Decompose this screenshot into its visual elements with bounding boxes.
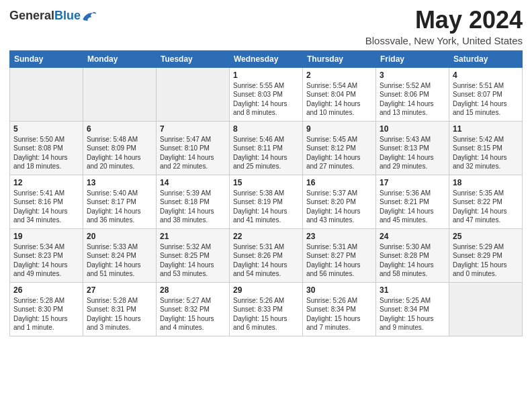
calendar-week-row: 26Sunrise: 5:28 AMSunset: 8:30 PMDayligh… <box>10 282 523 336</box>
day-info: Sunrise: 5:27 AMSunset: 8:32 PMDaylight:… <box>160 296 226 332</box>
day-info: Sunrise: 5:34 AMSunset: 8:23 PMDaylight:… <box>13 242 79 279</box>
day-number: 3 <box>380 71 445 80</box>
calendar-cell: 11Sunrise: 5:42 AMSunset: 8:15 PMDayligh… <box>449 121 523 175</box>
day-info: Sunrise: 5:33 AMSunset: 8:24 PMDaylight:… <box>87 242 152 279</box>
header-row: Sunday Monday Tuesday Wednesday Thursday… <box>10 50 523 67</box>
header: GeneralBlue May 2024 Blossvale, New York… <box>9 7 523 46</box>
logo-blue: Blue <box>54 9 81 22</box>
day-number: 31 <box>380 285 445 295</box>
day-info: Sunrise: 5:26 AMSunset: 8:34 PMDaylight:… <box>306 296 372 332</box>
day-number: 2 <box>306 71 372 80</box>
logo: GeneralBlue <box>9 7 97 23</box>
calendar-cell: 8Sunrise: 5:46 AMSunset: 8:11 PMDaylight… <box>230 121 303 175</box>
calendar-cell <box>10 67 83 121</box>
day-info: Sunrise: 5:42 AMSunset: 8:15 PMDaylight:… <box>453 135 519 171</box>
calendar-cell: 15Sunrise: 5:38 AMSunset: 8:19 PMDayligh… <box>230 175 303 228</box>
day-info: Sunrise: 5:28 AMSunset: 8:31 PMDaylight:… <box>87 296 152 332</box>
calendar-subtitle: Blossvale, New York, United States <box>365 35 523 46</box>
calendar-cell: 17Sunrise: 5:36 AMSunset: 8:21 PMDayligh… <box>376 175 449 228</box>
col-tuesday: Tuesday <box>157 50 230 67</box>
day-info: Sunrise: 5:50 AMSunset: 8:08 PMDaylight:… <box>13 135 79 171</box>
calendar-cell: 19Sunrise: 5:34 AMSunset: 8:23 PMDayligh… <box>10 228 83 282</box>
day-info: Sunrise: 5:31 AMSunset: 8:27 PMDaylight:… <box>306 242 372 279</box>
day-info: Sunrise: 5:47 AMSunset: 8:10 PMDaylight:… <box>160 135 226 171</box>
day-number: 7 <box>160 124 226 134</box>
day-info: Sunrise: 5:26 AMSunset: 8:33 PMDaylight:… <box>233 296 299 332</box>
calendar-week-row: 5Sunrise: 5:50 AMSunset: 8:08 PMDaylight… <box>10 121 523 175</box>
day-number: 29 <box>233 285 299 295</box>
day-number: 27 <box>87 285 152 295</box>
day-info: Sunrise: 5:41 AMSunset: 8:16 PMDaylight:… <box>13 189 79 225</box>
calendar-cell: 14Sunrise: 5:39 AMSunset: 8:18 PMDayligh… <box>157 175 230 228</box>
day-info: Sunrise: 5:54 AMSunset: 8:04 PMDaylight:… <box>306 81 372 118</box>
calendar-cell <box>157 67 230 121</box>
calendar-cell: 24Sunrise: 5:30 AMSunset: 8:28 PMDayligh… <box>376 228 449 282</box>
day-info: Sunrise: 5:43 AMSunset: 8:13 PMDaylight:… <box>380 135 445 171</box>
col-friday: Friday <box>376 50 449 67</box>
col-saturday: Saturday <box>449 50 523 67</box>
day-info: Sunrise: 5:28 AMSunset: 8:30 PMDaylight:… <box>13 296 79 332</box>
day-number: 17 <box>380 178 445 187</box>
day-info: Sunrise: 5:52 AMSunset: 8:06 PMDaylight:… <box>380 81 445 118</box>
calendar-cell: 21Sunrise: 5:32 AMSunset: 8:25 PMDayligh… <box>157 228 230 282</box>
calendar-week-row: 1Sunrise: 5:55 AMSunset: 8:03 PMDaylight… <box>10 67 523 121</box>
day-number: 9 <box>306 124 372 134</box>
calendar-cell: 30Sunrise: 5:26 AMSunset: 8:34 PMDayligh… <box>303 282 376 336</box>
calendar-cell: 29Sunrise: 5:26 AMSunset: 8:33 PMDayligh… <box>230 282 303 336</box>
calendar-cell: 10Sunrise: 5:43 AMSunset: 8:13 PMDayligh… <box>376 121 449 175</box>
day-number: 5 <box>13 124 79 134</box>
col-sunday: Sunday <box>10 50 83 67</box>
logo-general: General <box>9 9 54 22</box>
calendar-cell: 18Sunrise: 5:35 AMSunset: 8:22 PMDayligh… <box>449 175 523 228</box>
calendar-cell: 25Sunrise: 5:29 AMSunset: 8:29 PMDayligh… <box>449 228 523 282</box>
day-number: 12 <box>13 178 79 187</box>
calendar-cell: 31Sunrise: 5:25 AMSunset: 8:34 PMDayligh… <box>376 282 449 336</box>
calendar-cell: 16Sunrise: 5:37 AMSunset: 8:20 PMDayligh… <box>303 175 376 228</box>
day-number: 11 <box>453 124 519 134</box>
page: GeneralBlue May 2024 Blossvale, New York… <box>0 0 532 411</box>
calendar-week-row: 19Sunrise: 5:34 AMSunset: 8:23 PMDayligh… <box>10 228 523 282</box>
day-info: Sunrise: 5:36 AMSunset: 8:21 PMDaylight:… <box>380 189 445 225</box>
day-number: 20 <box>87 232 152 241</box>
calendar-cell: 2Sunrise: 5:54 AMSunset: 8:04 PMDaylight… <box>303 67 376 121</box>
calendar-cell: 5Sunrise: 5:50 AMSunset: 8:08 PMDaylight… <box>10 121 83 175</box>
day-number: 14 <box>160 178 226 187</box>
day-info: Sunrise: 5:39 AMSunset: 8:18 PMDaylight:… <box>160 189 226 225</box>
day-number: 24 <box>380 232 445 241</box>
day-number: 19 <box>13 232 79 241</box>
calendar-cell: 20Sunrise: 5:33 AMSunset: 8:24 PMDayligh… <box>83 228 157 282</box>
col-wednesday: Wednesday <box>230 50 303 67</box>
day-number: 28 <box>160 285 226 295</box>
day-info: Sunrise: 5:40 AMSunset: 8:17 PMDaylight:… <box>87 189 152 225</box>
day-number: 26 <box>13 285 79 295</box>
calendar-title: May 2024 <box>365 7 523 34</box>
day-number: 21 <box>160 232 226 241</box>
day-number: 25 <box>453 232 519 241</box>
day-info: Sunrise: 5:51 AMSunset: 8:07 PMDaylight:… <box>453 81 519 118</box>
calendar-cell: 13Sunrise: 5:40 AMSunset: 8:17 PMDayligh… <box>83 175 157 228</box>
day-number: 8 <box>233 124 299 134</box>
calendar-week-row: 12Sunrise: 5:41 AMSunset: 8:16 PMDayligh… <box>10 175 523 228</box>
day-info: Sunrise: 5:32 AMSunset: 8:25 PMDaylight:… <box>160 242 226 279</box>
calendar-cell: 3Sunrise: 5:52 AMSunset: 8:06 PMDaylight… <box>376 67 449 121</box>
day-number: 15 <box>233 178 299 187</box>
calendar-cell <box>449 282 523 336</box>
day-info: Sunrise: 5:55 AMSunset: 8:03 PMDaylight:… <box>233 81 299 118</box>
day-info: Sunrise: 5:31 AMSunset: 8:26 PMDaylight:… <box>233 242 299 279</box>
day-number: 1 <box>233 71 299 80</box>
day-info: Sunrise: 5:37 AMSunset: 8:20 PMDaylight:… <box>306 189 372 225</box>
day-number: 22 <box>233 232 299 241</box>
day-info: Sunrise: 5:38 AMSunset: 8:19 PMDaylight:… <box>233 189 299 225</box>
day-number: 16 <box>306 178 372 187</box>
day-info: Sunrise: 5:46 AMSunset: 8:11 PMDaylight:… <box>233 135 299 171</box>
day-info: Sunrise: 5:25 AMSunset: 8:34 PMDaylight:… <box>380 296 445 332</box>
calendar-cell: 12Sunrise: 5:41 AMSunset: 8:16 PMDayligh… <box>10 175 83 228</box>
calendar-cell: 28Sunrise: 5:27 AMSunset: 8:32 PMDayligh… <box>157 282 230 336</box>
day-info: Sunrise: 5:30 AMSunset: 8:28 PMDaylight:… <box>380 242 445 279</box>
calendar-cell <box>83 67 157 121</box>
calendar-cell: 23Sunrise: 5:31 AMSunset: 8:27 PMDayligh… <box>303 228 376 282</box>
calendar-cell: 22Sunrise: 5:31 AMSunset: 8:26 PMDayligh… <box>230 228 303 282</box>
calendar-cell: 7Sunrise: 5:47 AMSunset: 8:10 PMDaylight… <box>157 121 230 175</box>
calendar-cell: 9Sunrise: 5:45 AMSunset: 8:12 PMDaylight… <box>303 121 376 175</box>
day-info: Sunrise: 5:29 AMSunset: 8:29 PMDaylight:… <box>453 242 519 279</box>
